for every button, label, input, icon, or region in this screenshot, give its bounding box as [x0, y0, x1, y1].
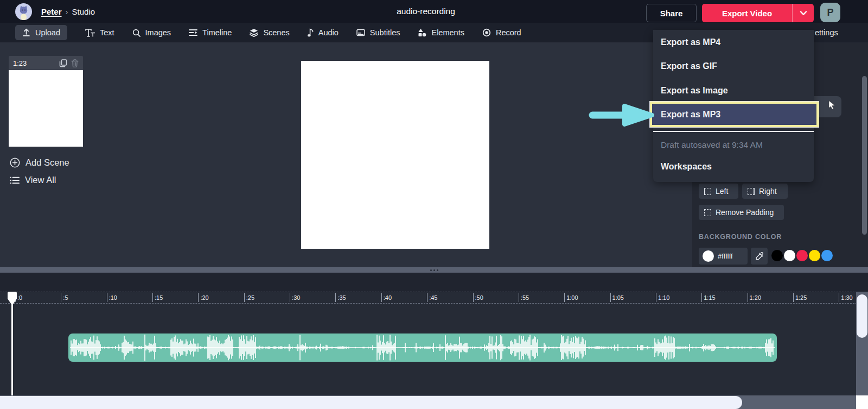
toolbar-item-label: Elements: [431, 28, 464, 37]
export-video-button[interactable]: Export Video: [702, 4, 814, 22]
plus-circle-icon: [10, 158, 20, 168]
top-header: Peter › Studio audio-recording Share Exp…: [0, 0, 868, 23]
ruler-tick: [701, 293, 702, 302]
ruler-tick: [290, 293, 290, 302]
ruler-tick: [427, 293, 427, 302]
scenes-icon: [250, 28, 258, 37]
ruler-tick: [519, 293, 519, 302]
background-color-button[interactable]: #ffffff: [699, 248, 748, 265]
ruler-tick: [748, 293, 748, 302]
menu-item-export-as-mp4[interactable]: Export as MP4: [653, 35, 814, 49]
toolbar-item-label: Audio: [318, 28, 339, 37]
toolbar-item-subtitles[interactable]: Subtitles: [356, 25, 400, 40]
color-swatch-ffdf00[interactable]: [809, 250, 820, 261]
vertical-scrollbar-thumb[interactable]: [857, 294, 867, 338]
color-hex-value: #ffffff: [718, 252, 733, 260]
add-scene-button[interactable]: Add Scene: [10, 158, 69, 168]
toolbar-item-record[interactable]: Record: [482, 25, 521, 40]
export-dropdown-toggle[interactable]: [792, 4, 814, 22]
mouse-cursor: [828, 100, 837, 110]
current-color-dot: [703, 250, 714, 262]
color-swatch-000000[interactable]: [771, 250, 783, 261]
menu-item-export-as-image[interactable]: Export as Image: [653, 84, 814, 98]
padding-right-icon: [748, 188, 755, 195]
view-all-button[interactable]: View All: [10, 175, 56, 185]
scene-thumbnail[interactable]: [9, 70, 83, 147]
ruler-tick: [473, 293, 474, 302]
padding-right-button[interactable]: Right: [742, 184, 788, 199]
toolbar-item-label: Text: [100, 28, 114, 37]
record-icon: [482, 28, 491, 37]
music-note-icon: [308, 28, 314, 37]
settings-tab-partial[interactable]: ettings: [815, 23, 838, 42]
user-avatar[interactable]: [15, 3, 32, 20]
toolbar-item-elements[interactable]: Elements: [418, 25, 464, 40]
toolbar-item-label: Record: [496, 28, 521, 37]
timeline-ruler[interactable]: :0:5:10:15:20:25:30:35:40:45:50:551:001:…: [0, 292, 868, 304]
tutorial-arrow: [589, 103, 656, 128]
duplicate-scene-button[interactable]: [59, 59, 67, 67]
profile-button[interactable]: P: [820, 3, 840, 22]
scene-duration: 1:23: [13, 59, 55, 67]
video-canvas[interactable]: [301, 61, 489, 249]
autosave-status: Draft autosaved at 9:34 AM: [661, 140, 763, 150]
ruler-tick-label: 1:00: [566, 294, 578, 301]
remove-padding-button[interactable]: Remove Padding: [699, 205, 784, 220]
ruler-tick-label: :20: [200, 294, 208, 301]
upload-icon: [22, 28, 30, 37]
ruler-tick: [152, 293, 153, 302]
ruler-tick-label: 1:05: [612, 294, 624, 301]
ruler-tick: [107, 293, 107, 302]
ruler-tick: [381, 293, 382, 302]
panel-resize-handle[interactable]: [0, 267, 868, 273]
toolbar-item-timeline[interactable]: Timeline: [189, 25, 232, 40]
ruler-tick-label: :10: [109, 294, 117, 301]
delete-scene-button[interactable]: [71, 59, 79, 67]
toolbar-item-images[interactable]: Images: [132, 25, 171, 40]
color-swatch-ffffff[interactable]: [784, 250, 795, 261]
toolbar-item-label: Upload: [35, 28, 60, 37]
sidebar-scrollbar[interactable]: [862, 76, 867, 235]
toolbar-item-text[interactable]: Text: [85, 25, 114, 40]
text-icon: [85, 29, 95, 37]
toolbar-item-scenes[interactable]: Scenes: [250, 25, 289, 40]
trash-icon: [71, 59, 79, 67]
padding-icon: [704, 209, 711, 216]
timeline-controls: -5s +5s Split 0:00.00 / 1:23.60 Fit to S…: [0, 273, 868, 292]
toolbar-item-upload[interactable]: Upload: [15, 25, 67, 40]
playhead-line[interactable]: [11, 292, 13, 395]
toolbar-items: UploadTextImagesTimelineScenesAudioSubti…: [15, 25, 521, 40]
scene-card-header[interactable]: 1:23: [9, 56, 83, 70]
color-swatch-3b9af5[interactable]: [821, 250, 833, 261]
ruler-tick-label: :25: [246, 294, 254, 301]
list-icon: [10, 177, 20, 184]
timeline-icon: [189, 29, 197, 36]
menu-divider: [653, 131, 814, 132]
menu-item-export-as-gif[interactable]: Export as GIF: [653, 59, 814, 73]
ruler-tick-label: 1:25: [795, 294, 807, 301]
menu-item-export-as-mp3[interactable]: Export as MP3: [650, 102, 819, 127]
breadcrumb-user[interactable]: Peter: [41, 7, 62, 16]
audio-clip[interactable]: [68, 334, 777, 362]
ruler-tick: [793, 293, 794, 302]
chevron-down-icon: [800, 11, 807, 16]
ruler-tick-label: :0: [17, 294, 22, 301]
ruler-tick: [61, 293, 61, 302]
cat-avatar-image: [15, 3, 32, 20]
toolbar-item-label: Timeline: [202, 28, 232, 37]
ruler-tick: [656, 293, 656, 302]
ruler-tick: [244, 293, 245, 302]
padding-left-button[interactable]: Left: [699, 184, 738, 199]
ruler-tick: [198, 293, 199, 302]
share-button[interactable]: Share: [646, 4, 697, 22]
toolbar-item-label: Scenes: [263, 28, 289, 37]
menu-item-workspaces[interactable]: Workspaces: [661, 162, 712, 172]
breadcrumb-separator: ›: [66, 7, 68, 16]
export-video-label: Export Video: [702, 9, 792, 18]
toolbar-item-audio[interactable]: Audio: [308, 25, 339, 40]
color-swatch-f0234d[interactable]: [796, 250, 808, 261]
eyedropper-button[interactable]: [751, 248, 768, 265]
eyedropper-icon: [755, 252, 764, 261]
ruler-tick: [564, 293, 565, 302]
horizontal-scrollbar-thumb[interactable]: [0, 396, 742, 409]
